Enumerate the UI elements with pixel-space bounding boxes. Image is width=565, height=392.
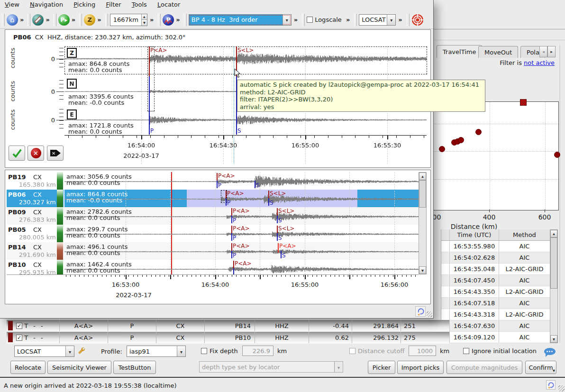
- splitter[interactable]: [560, 45, 561, 343]
- toolbar-handle[interactable]: [407, 14, 410, 26]
- row-p-arrival[interactable]: [226, 198, 227, 206]
- header-time[interactable]: Time (UTC): [450, 229, 499, 241]
- resize-grip[interactable]: [558, 385, 565, 392]
- reject-pick-button[interactable]: ✕: [27, 146, 44, 161]
- cutoff-field[interactable]: 1000: [409, 346, 436, 356]
- arrivals-table[interactable]: Time (UTC) Method 16:53:55.980AIC 16:54:…: [441, 229, 550, 343]
- filter-select[interactable]: BP 4 - 8 Hz 3rd order: [189, 14, 292, 26]
- logscale-checkbox[interactable]: [307, 17, 313, 23]
- table-row[interactable]: 16:54:02.628AIC: [441, 252, 550, 264]
- relocate-target-icon[interactable]: [411, 14, 424, 26]
- menu-locator[interactable]: Locator: [157, 1, 180, 8]
- list-scrollbar[interactable]: [419, 172, 427, 274]
- confirm-button[interactable]: Confirm: [525, 361, 556, 374]
- picker-resize-grip[interactable]: [427, 311, 432, 317]
- toolbar-overflow-icon[interactable]: [72, 16, 75, 23]
- table-scrollbar-thumb[interactable]: [550, 237, 557, 289]
- row-station-code[interactable]: PB10: [8, 261, 26, 268]
- menu-view[interactable]: View: [5, 1, 19, 8]
- component-z-icon[interactable]: Z: [84, 14, 95, 26]
- compute-magnitudes-button[interactable]: Compute magnitudes: [447, 361, 522, 374]
- toolbar-handle[interactable]: [2, 14, 5, 26]
- table-scrollbar[interactable]: [550, 229, 558, 343]
- p-arrival-line[interactable]: [149, 76, 150, 135]
- spin-up-icon[interactable]: [142, 14, 147, 20]
- measure-tool-icon[interactable]: [32, 14, 44, 26]
- toolbar-handle[interactable]: [54, 14, 56, 26]
- table-row[interactable]: 16:54:07.630AIC: [441, 320, 550, 332]
- row-station-code[interactable]: PB14: [8, 244, 26, 251]
- tab-traveltime[interactable]: TravelTime: [437, 45, 482, 58]
- traveltime-residual-plot[interactable]: [412, 101, 559, 210]
- toolbar-handle[interactable]: [105, 14, 108, 26]
- arrival-row-pb14[interactable]: T - - A<A> P CX PB14 HHZ -0.44 291.864 2…: [7, 320, 449, 332]
- filter-not-active-link[interactable]: not active: [524, 59, 555, 66]
- locator-select[interactable]: LOCSAT: [14, 346, 74, 357]
- menu-navigation[interactable]: Navigation: [30, 1, 63, 8]
- table-row[interactable]: 16:54:07.450AIC: [441, 275, 550, 286]
- import-picks-button[interactable]: Import picks: [397, 361, 444, 374]
- row-station-code[interactable]: PB06: [8, 191, 26, 198]
- residual-point[interactable]: [439, 146, 445, 152]
- toolbar-overflow-icon[interactable]: [20, 16, 24, 23]
- row-s-pick[interactable]: [278, 243, 279, 253]
- table-row[interactable]: 16:53:55.980AIC: [441, 241, 550, 252]
- scroll-up-icon[interactable]: [550, 230, 557, 237]
- depth-type-select[interactable]: depth type set by locator: [199, 361, 343, 373]
- header-method[interactable]: Method: [499, 229, 550, 241]
- channel-box-z[interactable]: Z: [67, 48, 77, 58]
- tab-scroll-right-button[interactable]: ▸: [547, 46, 556, 57]
- residual-point[interactable]: [475, 129, 482, 135]
- toolbar-overflow-icon[interactable]: [346, 16, 350, 23]
- fix-depth-checkbox[interactable]: [201, 348, 207, 354]
- p-picker-icon[interactable]: P: [163, 14, 174, 26]
- row-station-code[interactable]: PB05: [8, 226, 26, 233]
- wrench-icon[interactable]: [76, 346, 86, 356]
- toolbar-locator-select[interactable]: LOCSAT: [359, 14, 396, 26]
- ignore-initial-location-checkbox[interactable]: [463, 348, 469, 354]
- tab-scroll-left-button[interactable]: ◂: [539, 46, 547, 57]
- row-s-arrival[interactable]: [277, 216, 278, 223]
- distance-cutoff-checkbox[interactable]: [349, 348, 355, 354]
- toolbar-handle[interactable]: [79, 14, 82, 26]
- remove-pick-button[interactable]: ✕: [47, 146, 64, 161]
- residual-point[interactable]: [458, 137, 464, 143]
- accept-pick-button[interactable]: [9, 146, 25, 161]
- toolbar-handle[interactable]: [27, 14, 30, 26]
- scroll-down-icon[interactable]: [550, 335, 557, 343]
- channel-box-n[interactable]: N: [67, 79, 77, 89]
- spin-down-icon[interactable]: [142, 19, 147, 26]
- row-station-code[interactable]: PB09: [8, 209, 26, 216]
- test-button[interactable]: TestButton: [113, 361, 156, 374]
- station-square-marker[interactable]: [520, 99, 527, 106]
- row-station-code[interactable]: PB19: [8, 173, 26, 181]
- row-p-arrival[interactable]: [231, 233, 232, 241]
- profile-select[interactable]: iasp91: [127, 346, 186, 357]
- scroll-up-icon[interactable]: [419, 173, 426, 180]
- row-s-arrival[interactable]: [268, 198, 269, 206]
- toolbar-overflow-icon[interactable]: [176, 16, 180, 23]
- table-row[interactable]: 16:54:35.048L2-AIC-GRID: [441, 264, 550, 275]
- list-scrollbar-thumb[interactable]: [419, 180, 426, 208]
- menu-picking[interactable]: Picking: [73, 1, 95, 8]
- distance-spinbox[interactable]: 1667km: [110, 14, 147, 26]
- picker-button[interactable]: Picker: [368, 361, 395, 374]
- channel-box-e[interactable]: E: [67, 109, 77, 119]
- toolbar-overflow-icon[interactable]: [97, 16, 101, 23]
- row-p-arrival[interactable]: [217, 181, 218, 188]
- toolbar-handle[interactable]: [302, 14, 305, 26]
- row-p-arrival[interactable]: [231, 251, 232, 258]
- seismicity-viewer-button[interactable]: Seismicity Viewer: [47, 361, 111, 374]
- p-phase-icon[interactable]: P▸: [58, 14, 70, 26]
- table-row[interactable]: 16:54:43.318L2-AIC-GRID: [441, 309, 550, 320]
- menu-tools[interactable]: Tools: [132, 1, 147, 8]
- toolbar-overflow-icon[interactable]: [46, 16, 49, 23]
- comment-bubble-icon[interactable]: [544, 348, 556, 355]
- origin-update-icon[interactable]: [546, 380, 556, 390]
- row-s-arrival[interactable]: [277, 233, 278, 241]
- table-row[interactable]: 16:54:09.120AIC: [441, 332, 550, 343]
- table-row[interactable]: 16:54:07.518AIC: [441, 298, 550, 309]
- use-checkbox[interactable]: [16, 335, 22, 341]
- row-p-arrival[interactable]: [231, 216, 232, 223]
- table-row[interactable]: 16:54:43.350L2-AIC-GRID: [441, 286, 550, 298]
